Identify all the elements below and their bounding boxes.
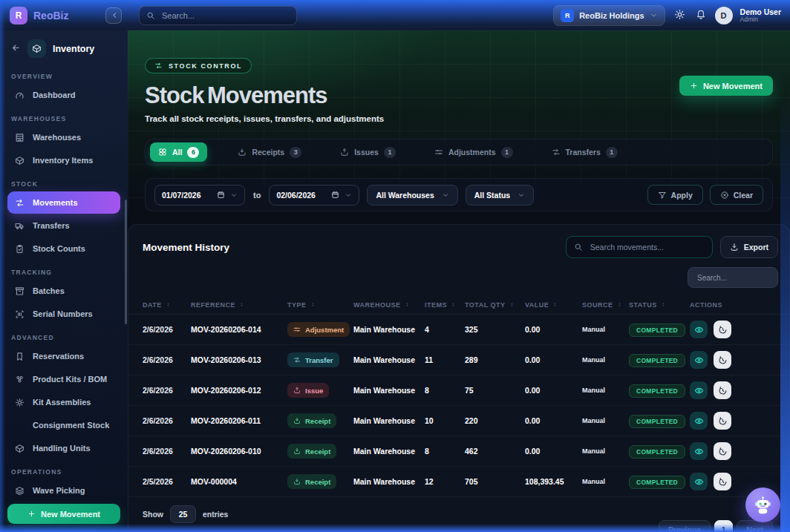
sidebar-item-inventory-items[interactable]: Inventory Items <box>7 149 120 171</box>
tray-up-icon <box>340 148 349 157</box>
sidebar-item-consignment-stock[interactable]: Consignment Stock <box>7 414 120 436</box>
tab-all[interactable]: All 6 <box>150 142 207 162</box>
sidebar-new-movement-button[interactable]: New Movement <box>7 504 120 524</box>
chatbot-button[interactable] <box>745 487 780 522</box>
view-button[interactable] <box>690 351 708 369</box>
table-row[interactable]: 2/6/2026 MOV-20260206-013 Transfer Main … <box>128 345 789 375</box>
warehouse-select[interactable]: All Warehouses <box>367 185 457 206</box>
sidebar-item-warehouses[interactable]: Warehouses <box>7 126 120 148</box>
table-body: 2/6/2026 MOV-20260206-014 Adjustment Mai… <box>128 315 789 497</box>
sidebar-item-stock-counts[interactable]: Stock Counts <box>7 237 120 260</box>
column-header-date[interactable]: DATE <box>143 301 191 309</box>
sidebar-item-wave-picking[interactable]: Wave Picking <box>7 479 120 502</box>
cell-warehouse: Main Warehouse <box>353 477 425 486</box>
table-row[interactable]: 2/6/2026 MOV-20260206-011 Receipt Main W… <box>128 406 789 436</box>
sidebar-item-reservations[interactable]: Reservations <box>7 345 120 367</box>
cell-source: Manual <box>582 478 629 485</box>
date-to-input[interactable]: 02/06/2026 <box>269 185 359 206</box>
table-row[interactable]: 2/6/2026 MOV-20260206-014 Adjustment Mai… <box>128 315 789 345</box>
tab-issues[interactable]: Issues 1 <box>332 142 404 162</box>
column-header-warehouse[interactable]: WAREHOUSE <box>353 301 425 309</box>
history-button[interactable] <box>714 381 731 399</box>
sidebar-item-serial-numbers[interactable]: Serial Numbers <box>7 303 120 325</box>
back-button[interactable] <box>11 43 21 55</box>
stock-control-badge: STOCK CONTROL <box>145 58 252 73</box>
table-row[interactable]: 2/6/2026 MOV-20260206-010 Receipt Main W… <box>128 436 789 467</box>
sidebar-item-handling-units[interactable]: Handling Units <box>7 437 120 459</box>
type-badge: Receipt <box>287 413 336 428</box>
table-row[interactable]: 2/5/2026 MOV-000004 Receipt Main Warehou… <box>128 467 789 497</box>
column-header-items[interactable]: ITEMS <box>425 301 465 309</box>
apply-button[interactable]: Apply <box>647 185 703 205</box>
inventory-module-icon <box>27 39 46 58</box>
column-header-actions[interactable]: ACTIONS <box>690 301 775 309</box>
chevron-down-icon <box>442 191 449 199</box>
previous-page-button[interactable]: Previous <box>659 520 711 532</box>
export-button[interactable]: Export <box>720 236 778 258</box>
column-header-total-qty[interactable]: TOTAL QTY <box>465 301 525 309</box>
sidebar-item-dashboard[interactable]: Dashboard <box>7 84 120 106</box>
tray-down-icon <box>293 478 301 485</box>
cell-date: 2/6/2026 <box>143 447 191 456</box>
cell-total-qty: 220 <box>465 416 525 425</box>
movements-search[interactable] <box>566 236 713 258</box>
cell-actions <box>690 321 775 338</box>
sort-icon <box>509 302 515 307</box>
cell-source: Manual <box>582 447 629 455</box>
history-button[interactable] <box>714 412 731 430</box>
user-meta: Demo User Admin <box>740 7 781 24</box>
tab-count-badge: 6 <box>187 147 199 158</box>
topbar-brand-area: R ReoBiz <box>0 7 128 24</box>
view-button[interactable] <box>690 442 708 460</box>
tab-receipts[interactable]: Receipts 3 <box>229 142 310 162</box>
tray-down-icon <box>293 417 301 424</box>
column-header-type[interactable]: TYPE <box>287 301 353 309</box>
cell-value: 0.00 <box>525 386 582 395</box>
user-name: Demo User <box>740 7 781 16</box>
column-header-source[interactable]: SOURCE <box>582 301 629 309</box>
clear-button[interactable]: Clear <box>710 185 763 205</box>
user-role: Admin <box>740 16 781 24</box>
theme-toggle-button[interactable] <box>673 7 687 24</box>
movements-search-input[interactable] <box>589 242 705 252</box>
date-from-input[interactable]: 01/07/2026 <box>154 185 245 206</box>
sidebar-collapse-button[interactable] <box>105 7 122 24</box>
history-button[interactable] <box>714 321 731 338</box>
tab-adjustments[interactable]: Adjustments 1 <box>426 142 521 162</box>
sidebar-item-transfers[interactable]: Transfers <box>7 214 120 237</box>
sidebar-item-kit-assemblies[interactable]: Kit Assemblies <box>7 391 120 413</box>
quick-search-input[interactable] <box>696 273 770 283</box>
history-button[interactable] <box>714 442 731 460</box>
view-button[interactable] <box>690 321 708 338</box>
global-search-input[interactable] <box>160 10 290 21</box>
sidebar-scrollbar-thumb[interactable] <box>125 200 127 324</box>
sidebar-item-movements[interactable]: Movements <box>7 191 120 214</box>
column-header-reference[interactable]: REFERENCE <box>191 301 287 309</box>
user-avatar[interactable]: D <box>715 7 733 24</box>
view-button[interactable] <box>690 473 708 490</box>
history-button[interactable] <box>714 351 731 369</box>
view-button[interactable] <box>690 381 708 399</box>
view-button[interactable] <box>690 412 708 430</box>
column-header-status[interactable]: STATUS <box>629 301 690 309</box>
column-header-value[interactable]: VALUE <box>525 301 582 309</box>
grid-icon <box>158 148 167 157</box>
status-select[interactable]: All Status <box>466 185 534 206</box>
sidebar-section-label: OPERATIONS <box>11 468 117 476</box>
page-size-select[interactable]: 25 <box>170 505 196 523</box>
global-search[interactable] <box>139 6 297 25</box>
sidebar-item-product-kits-bom[interactable]: Product Kits / BOM <box>7 368 120 390</box>
history-button[interactable] <box>714 473 731 490</box>
tray-down-icon <box>293 447 301 455</box>
cell-items: 8 <box>425 447 465 456</box>
tab-transfers[interactable]: Transfers 1 <box>543 142 626 162</box>
current-page-button[interactable]: 1 <box>714 520 733 532</box>
notifications-button[interactable] <box>694 7 708 23</box>
table-row[interactable]: 2/6/2026 MOV-20260206-012 Issue Main War… <box>128 375 789 406</box>
new-movement-button[interactable]: New Movement <box>679 76 773 96</box>
sidebar-item-batches[interactable]: Batches <box>7 280 120 302</box>
quick-search[interactable] <box>688 267 778 288</box>
topbar-controls: R ReoBiz Holdings D Demo User Admin <box>553 5 790 26</box>
next-page-button[interactable]: Next <box>737 520 773 532</box>
company-selector[interactable]: R ReoBiz Holdings <box>553 5 665 26</box>
